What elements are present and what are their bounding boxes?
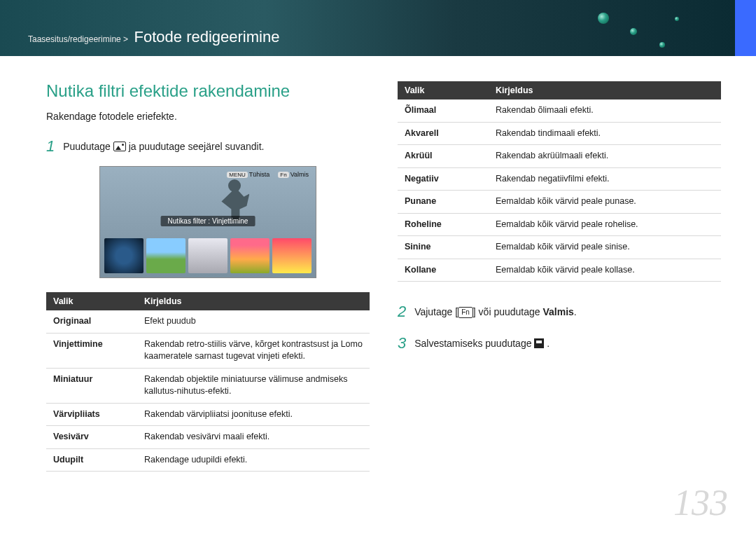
option-name: Negatiiv [398,167,489,191]
thumb [272,238,312,273]
th-option: Valik [398,81,489,99]
table-row: AkvarellRakendab tindimaali efekti. [398,122,721,145]
option-name: Vinjettimine [46,333,137,368]
page-number: 133 [673,482,728,523]
decor-orb [659,42,665,48]
device-screenshot: MENUTühista FnValmis Nutikas filter : Vi… [99,166,316,278]
option-name: Originaal [46,310,137,333]
step2-b: ] või puudutage [473,306,543,317]
option-desc: Rakendab retro-stiilis värve, kõrget kon… [137,333,370,368]
table-row: RohelineEemaldab kõik värvid peale rohel… [398,213,721,236]
option-name: Punane [398,191,489,214]
content-columns: Nutika filtri efektide rakendamine Raken… [0,56,756,472]
table-row: PunaneEemaldab kõik värvid peale punase. [398,191,721,214]
th-desc: Kirjeldus [137,292,370,310]
fn-key: Fn [458,307,473,318]
filter-thumbnails [104,238,312,273]
image-icon [113,142,126,151]
option-name: Roheline [398,213,489,236]
thumb [104,238,144,273]
table-row: ÕlimaalRakendab õlimaali efekti. [398,99,721,122]
option-name: Akvarell [398,122,489,145]
section-heading: Nutika filtri efektide rakendamine [46,81,370,101]
th-desc: Kirjeldus [489,81,721,99]
option-desc: Rakendab negatiivfilmi efekti. [489,167,721,191]
option-desc: Eemaldab kõik värvid peale sinise. [489,236,721,259]
right-column: Valik Kirjeldus ÕlimaalRakendab õlimaali… [398,81,721,472]
option-name: Õlimaal [398,99,489,122]
table-row: MiniatuurRakendab objektile miniatuurse … [46,368,370,403]
menu-pill: MENU [227,172,248,178]
step-text-a: Puudutage [63,141,113,152]
table-row: UdupiltRakendage udupildi efekti. [46,448,370,472]
table-row: KollaneEemaldab kõik värvid peale kollas… [398,259,721,282]
option-name: Vesivärv [46,426,137,449]
option-desc: Rakendage udupildi efekti. [137,448,370,472]
table-row: SinineEemaldab kõik värvid peale sinise. [398,236,721,259]
thumb [146,238,186,273]
decor-orb [598,13,609,24]
table-row: VärvipliiatsRakendab värvipliiatsi jooni… [46,403,370,426]
page-title: Fotode redigeerimine [134,28,280,46]
fn-action: Valmis [290,171,309,178]
thumb [188,238,227,273]
table-row: VesivärvRakendab vesivärvi maali efekti. [46,426,370,449]
th-option: Valik [46,292,137,310]
option-desc: Rakendab värvipliiatsi joonituse efekti. [137,403,370,426]
options-table-right: Valik Kirjeldus ÕlimaalRakendab õlimaali… [398,81,721,282]
step2-bold: Valmis [542,306,573,317]
step2-a: Vajutage [ [414,306,458,317]
manual-page: Taasesitus/redigeerimine > Fotode redige… [0,0,756,536]
table-row: AkrüülRakendab akrüülmaali efekti. [398,145,721,168]
option-desc: Efekt puudub [137,310,370,333]
decor-orb [630,28,637,35]
step2-c: . [574,306,577,317]
breadcrumb: Taasesitus/redigeerimine > [28,34,128,44]
menu-action: Tühista [249,171,270,178]
table-row: OriginaalEfekt puudub [46,310,370,333]
step-3: 3 Salvestamiseks puudutage . [398,331,721,355]
option-desc: Rakendab õlimaali efekti. [489,99,721,122]
option-name: Akrüül [398,145,489,168]
option-desc: Rakendab akrüülmaali efekti. [489,145,721,168]
table-row: VinjettimineRakendab retro-stiilis värve… [46,333,370,368]
step3-a: Salvestamiseks puudutage [414,338,534,349]
option-desc: Eemaldab kõik värvid peale rohelise. [489,213,721,236]
silhouette-graphic [218,179,253,221]
filter-name-label: Nutikas filter : Vinjettimine [161,216,255,226]
option-desc: Rakendab vesivärvi maali efekti. [137,426,370,449]
thumb [230,238,270,273]
option-desc: Eemaldab kõik värvid peale punase. [489,191,721,214]
option-desc: Rakendab objektile miniatuurse välimuse … [137,368,370,403]
decor-orb [675,17,679,21]
option-name: Värvipliiats [46,403,137,426]
page-header: Taasesitus/redigeerimine > Fotode redige… [0,0,756,56]
option-name: Udupilt [46,448,137,472]
option-desc: Eemaldab kõik värvid peale kollase. [489,259,721,282]
option-name: Sinine [398,236,489,259]
save-icon [534,338,544,348]
step-1: 1 Puudutage ja puudutage seejärel suvand… [46,135,370,158]
option-name: Kollane [398,259,489,282]
option-desc: Rakendab tindimaali efekti. [489,122,721,145]
options-table-left: Valik Kirjeldus OriginaalEfekt puudubVin… [46,292,370,472]
step3-b: . [547,338,550,349]
step-number: 2 [398,303,406,320]
option-name: Miniatuur [46,368,137,403]
screenshot-top-bar: MENUTühista FnValmis [225,171,309,178]
left-column: Nutika filtri efektide rakendamine Raken… [46,81,370,472]
table-row: NegatiivRakendab negatiivfilmi efekti. [398,167,721,191]
step-2: 2 Vajutage [Fn] või puudutage Valmis. [398,300,721,323]
step-number: 3 [398,334,406,352]
intro-text: Rakendage fotodele eriefekte. [46,111,370,122]
fn-pill: Fn [278,172,288,178]
step-number: 1 [46,137,55,155]
step-text-b: ja puudutage seejärel suvandit. [129,141,265,152]
